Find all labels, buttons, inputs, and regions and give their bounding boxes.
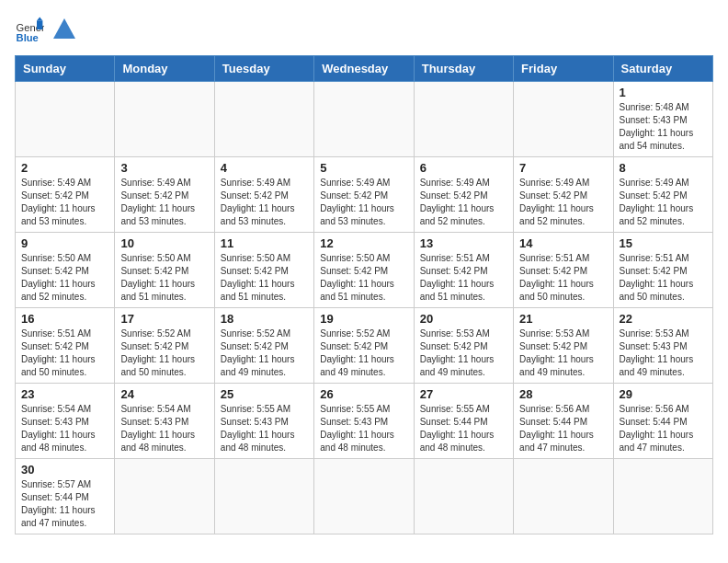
day-info: Sunrise: 5:51 AM Sunset: 5:42 PM Dayligh… <box>519 252 607 304</box>
day-info: Sunrise: 5:55 AM Sunset: 5:44 PM Dayligh… <box>420 403 507 454</box>
day-number: 4 <box>221 161 308 175</box>
calendar-cell: 25Sunrise: 5:55 AM Sunset: 5:43 PM Dayli… <box>214 384 313 459</box>
day-info: Sunrise: 5:56 AM Sunset: 5:44 PM Dayligh… <box>620 403 707 454</box>
calendar-cell: 10Sunrise: 5:50 AM Sunset: 5:42 PM Dayli… <box>115 233 214 308</box>
calendar-cell: 17Sunrise: 5:52 AM Sunset: 5:42 PM Dayli… <box>115 308 214 384</box>
calendar-cell: 14Sunrise: 5:51 AM Sunset: 5:42 PM Dayli… <box>514 233 613 308</box>
calendar-cell: 6Sunrise: 5:49 AM Sunset: 5:42 PM Daylig… <box>414 157 513 233</box>
day-number: 25 <box>221 387 308 401</box>
calendar-cell <box>16 82 115 157</box>
day-number: 1 <box>620 86 707 99</box>
calendar-cell <box>214 82 313 157</box>
day-number: 29 <box>620 387 707 401</box>
weekday-header-wednesday: Wednesday <box>314 56 414 82</box>
calendar-cell: 26Sunrise: 5:55 AM Sunset: 5:43 PM Dayli… <box>314 384 414 459</box>
calendar-cell: 1Sunrise: 5:48 AM Sunset: 5:43 PM Daylig… <box>613 82 712 157</box>
calendar-week-row: 2Sunrise: 5:49 AM Sunset: 5:42 PM Daylig… <box>16 157 713 233</box>
day-number: 6 <box>420 161 507 175</box>
day-info: Sunrise: 5:52 AM Sunset: 5:42 PM Dayligh… <box>120 327 208 379</box>
day-info: Sunrise: 5:52 AM Sunset: 5:42 PM Dayligh… <box>221 327 308 379</box>
weekday-header-friday: Friday <box>514 56 613 82</box>
day-number: 26 <box>320 387 407 401</box>
day-number: 7 <box>519 161 607 175</box>
weekday-header-sunday: Sunday <box>16 56 115 82</box>
day-number: 12 <box>320 236 407 250</box>
day-info: Sunrise: 5:49 AM Sunset: 5:42 PM Dayligh… <box>320 177 407 228</box>
day-number: 27 <box>420 387 507 401</box>
calendar-cell: 12Sunrise: 5:50 AM Sunset: 5:42 PM Dayli… <box>314 233 414 308</box>
day-number: 11 <box>221 236 308 250</box>
calendar-week-row: 30Sunrise: 5:57 AM Sunset: 5:44 PM Dayli… <box>16 459 713 534</box>
weekday-header-tuesday: Tuesday <box>214 56 313 82</box>
svg-marker-2 <box>37 20 42 29</box>
calendar-cell: 29Sunrise: 5:56 AM Sunset: 5:44 PM Dayli… <box>613 384 712 459</box>
calendar-week-row: 23Sunrise: 5:54 AM Sunset: 5:43 PM Dayli… <box>16 384 713 459</box>
day-number: 14 <box>519 236 607 250</box>
day-info: Sunrise: 5:53 AM Sunset: 5:42 PM Dayligh… <box>420 327 507 379</box>
calendar-cell: 24Sunrise: 5:54 AM Sunset: 5:43 PM Dayli… <box>115 384 214 459</box>
logo-triangle-icon <box>51 17 77 42</box>
calendar-cell <box>115 82 214 157</box>
day-info: Sunrise: 5:50 AM Sunset: 5:42 PM Dayligh… <box>320 252 407 304</box>
calendar-cell: 22Sunrise: 5:53 AM Sunset: 5:43 PM Dayli… <box>613 308 712 384</box>
header: General Blue <box>15 15 713 44</box>
day-info: Sunrise: 5:54 AM Sunset: 5:43 PM Dayligh… <box>21 403 108 454</box>
day-number: 18 <box>221 312 308 326</box>
weekday-header-monday: Monday <box>115 56 214 82</box>
day-number: 10 <box>120 236 208 250</box>
day-info: Sunrise: 5:51 AM Sunset: 5:42 PM Dayligh… <box>420 252 507 304</box>
calendar-week-row: 9Sunrise: 5:50 AM Sunset: 5:42 PM Daylig… <box>16 233 713 308</box>
day-number: 17 <box>120 312 208 326</box>
day-info: Sunrise: 5:50 AM Sunset: 5:42 PM Dayligh… <box>221 252 308 304</box>
day-info: Sunrise: 5:53 AM Sunset: 5:43 PM Dayligh… <box>620 327 707 379</box>
day-number: 20 <box>420 312 507 326</box>
calendar-cell: 3Sunrise: 5:49 AM Sunset: 5:42 PM Daylig… <box>115 157 214 233</box>
day-number: 3 <box>120 161 208 175</box>
day-number: 23 <box>21 387 108 401</box>
calendar-cell <box>414 459 513 534</box>
calendar-cell <box>314 82 414 157</box>
svg-text:Blue: Blue <box>17 32 39 43</box>
day-info: Sunrise: 5:49 AM Sunset: 5:42 PM Dayligh… <box>519 177 607 228</box>
calendar-cell: 8Sunrise: 5:49 AM Sunset: 5:42 PM Daylig… <box>613 157 712 233</box>
calendar-cell: 19Sunrise: 5:52 AM Sunset: 5:42 PM Dayli… <box>314 308 414 384</box>
day-info: Sunrise: 5:48 AM Sunset: 5:43 PM Dayligh… <box>620 101 707 153</box>
logo-icon: General Blue <box>15 15 44 44</box>
calendar-cell <box>414 82 513 157</box>
calendar-cell: 20Sunrise: 5:53 AM Sunset: 5:42 PM Dayli… <box>414 308 513 384</box>
calendar-cell: 13Sunrise: 5:51 AM Sunset: 5:42 PM Dayli… <box>414 233 513 308</box>
day-info: Sunrise: 5:56 AM Sunset: 5:44 PM Dayligh… <box>519 403 607 454</box>
calendar-cell: 23Sunrise: 5:54 AM Sunset: 5:43 PM Dayli… <box>16 384 115 459</box>
day-info: Sunrise: 5:55 AM Sunset: 5:43 PM Dayligh… <box>320 403 407 454</box>
calendar-cell: 9Sunrise: 5:50 AM Sunset: 5:42 PM Daylig… <box>16 233 115 308</box>
calendar-cell: 16Sunrise: 5:51 AM Sunset: 5:42 PM Dayli… <box>16 308 115 384</box>
day-number: 19 <box>320 312 407 326</box>
weekday-header-row: SundayMondayTuesdayWednesdayThursdayFrid… <box>16 56 713 82</box>
day-number: 8 <box>620 161 707 175</box>
day-number: 21 <box>519 312 607 326</box>
calendar-cell: 28Sunrise: 5:56 AM Sunset: 5:44 PM Dayli… <box>514 384 613 459</box>
calendar-table: SundayMondayTuesdayWednesdayThursdayFrid… <box>15 55 713 534</box>
calendar-cell <box>214 459 313 534</box>
svg-marker-4 <box>53 18 75 39</box>
calendar-cell <box>613 459 712 534</box>
day-info: Sunrise: 5:55 AM Sunset: 5:43 PM Dayligh… <box>221 403 308 454</box>
calendar-cell: 21Sunrise: 5:53 AM Sunset: 5:42 PM Dayli… <box>514 308 613 384</box>
svg-marker-3 <box>37 17 42 20</box>
day-info: Sunrise: 5:52 AM Sunset: 5:42 PM Dayligh… <box>320 327 407 379</box>
calendar-cell: 18Sunrise: 5:52 AM Sunset: 5:42 PM Dayli… <box>214 308 313 384</box>
day-number: 2 <box>21 161 108 175</box>
day-number: 9 <box>21 236 108 250</box>
day-info: Sunrise: 5:57 AM Sunset: 5:44 PM Dayligh… <box>21 478 108 530</box>
day-info: Sunrise: 5:53 AM Sunset: 5:42 PM Dayligh… <box>519 327 607 379</box>
day-info: Sunrise: 5:51 AM Sunset: 5:42 PM Dayligh… <box>620 252 707 304</box>
day-number: 24 <box>120 387 208 401</box>
day-info: Sunrise: 5:49 AM Sunset: 5:42 PM Dayligh… <box>420 177 507 228</box>
day-number: 5 <box>320 161 407 175</box>
day-number: 16 <box>21 312 108 326</box>
day-info: Sunrise: 5:49 AM Sunset: 5:42 PM Dayligh… <box>120 177 208 228</box>
weekday-header-thursday: Thursday <box>414 56 513 82</box>
calendar-cell: 15Sunrise: 5:51 AM Sunset: 5:42 PM Dayli… <box>613 233 712 308</box>
day-info: Sunrise: 5:49 AM Sunset: 5:42 PM Dayligh… <box>221 177 308 228</box>
calendar-week-row: 1Sunrise: 5:48 AM Sunset: 5:43 PM Daylig… <box>16 82 713 157</box>
